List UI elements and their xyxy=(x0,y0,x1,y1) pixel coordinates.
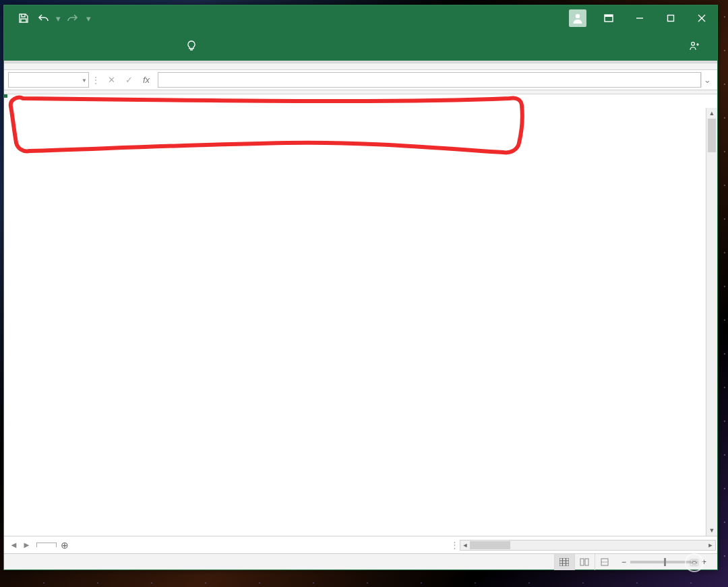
zoom-out-button[interactable]: − xyxy=(621,557,626,567)
fill-handle[interactable] xyxy=(4,94,7,98)
vertical-scrollbar[interactable]: ▲ ▼ xyxy=(706,108,717,536)
active-cell-indicator xyxy=(4,94,7,97)
tab-help[interactable] xyxy=(159,31,178,61)
hscroll-thumb[interactable] xyxy=(470,541,510,549)
title-bar: ▾ ▾ xyxy=(4,5,717,31)
person-icon xyxy=(572,12,584,24)
grid-icon xyxy=(559,558,569,566)
svg-point-5 xyxy=(692,42,695,46)
tab-formula[interactable] xyxy=(84,31,102,61)
maximize-button[interactable] xyxy=(655,5,686,31)
view-page-break-button[interactable] xyxy=(595,554,615,570)
x-icon: ✕ xyxy=(108,75,115,85)
share-button[interactable] xyxy=(679,40,713,51)
enter-formula-button[interactable]: ✓ xyxy=(120,70,138,90)
divider: ⋮ xyxy=(92,70,100,90)
save-icon xyxy=(18,13,29,24)
ribbon-options-button[interactable] xyxy=(593,5,624,31)
tab-file[interactable] xyxy=(8,31,27,61)
chevron-down-icon: ▾ xyxy=(56,13,61,24)
excel-window: ▾ ▾ xyxy=(3,5,718,570)
ribbon-tabs xyxy=(4,31,717,61)
minimize-button[interactable] xyxy=(624,5,655,31)
hscroll-divider[interactable]: ⋮ xyxy=(450,540,458,550)
formula-bar: ▼ ⋮ ✕ ✓ fx ⌄ xyxy=(4,70,717,90)
close-icon xyxy=(698,14,706,22)
chevron-down-icon: ⌄ xyxy=(704,75,711,85)
save-button[interactable] xyxy=(13,5,34,31)
redo-button[interactable] xyxy=(62,5,82,31)
undo-dropdown[interactable]: ▾ xyxy=(54,5,62,31)
worksheet-grid: ▲ ▼ xyxy=(4,94,717,536)
svg-rect-4 xyxy=(668,16,674,22)
add-sheet-button[interactable]: ⊕ xyxy=(57,540,73,551)
maximize-icon xyxy=(667,14,675,22)
tab-home[interactable] xyxy=(27,31,46,61)
undo-button[interactable] xyxy=(34,5,54,31)
scroll-up-arrow[interactable]: ▲ xyxy=(706,108,717,119)
svg-rect-12 xyxy=(585,559,588,565)
svg-rect-11 xyxy=(580,559,584,565)
fx-icon: fx xyxy=(143,75,150,85)
status-bar: − + xyxy=(4,553,717,569)
check-icon: ✓ xyxy=(125,75,133,85)
minimize-icon xyxy=(636,14,644,22)
tab-view[interactable] xyxy=(140,31,159,61)
lightbulb-icon xyxy=(186,40,197,51)
sheet-nav-next[interactable]: ► xyxy=(22,540,31,550)
undo-icon xyxy=(38,13,50,24)
cancel-formula-button[interactable]: ✕ xyxy=(102,70,120,90)
sheet-tab-bar: ◄ ► ⊕ ⋮ ◄ ► xyxy=(4,536,717,553)
tab-review[interactable] xyxy=(121,31,140,61)
page-break-icon xyxy=(600,558,609,566)
name-box[interactable]: ▼ xyxy=(8,72,89,88)
svg-point-0 xyxy=(576,14,580,18)
page-layout-icon xyxy=(580,558,589,566)
view-normal-button[interactable] xyxy=(554,554,574,570)
svg-rect-6 xyxy=(559,558,569,566)
scroll-down-arrow[interactable]: ▼ xyxy=(706,525,717,536)
svg-rect-2 xyxy=(605,15,613,17)
view-buttons xyxy=(554,554,615,570)
sheet-nav-prev[interactable]: ◄ xyxy=(9,540,18,550)
tell-me[interactable] xyxy=(178,40,210,51)
formula-input[interactable] xyxy=(158,72,701,88)
scroll-thumb[interactable] xyxy=(708,119,716,152)
insert-function-button[interactable]: fx xyxy=(138,70,155,90)
chevron-down-icon: ▾ xyxy=(86,13,91,24)
user-avatar[interactable] xyxy=(569,9,586,27)
horizontal-scrollbar[interactable]: ◄ ► xyxy=(460,540,716,551)
close-button[interactable] xyxy=(686,5,717,31)
share-icon xyxy=(689,40,700,51)
scroll-left-arrow[interactable]: ◄ xyxy=(460,540,470,550)
ribbon-display-icon xyxy=(603,13,614,24)
title-right xyxy=(565,5,717,31)
quick-access-toolbar: ▾ ▾ xyxy=(4,5,94,31)
sheet-tab-active[interactable] xyxy=(36,543,57,547)
scroll-right-arrow[interactable]: ► xyxy=(706,540,715,550)
redo-icon xyxy=(66,13,78,24)
tab-insert[interactable] xyxy=(46,31,65,61)
chevron-down-icon[interactable]: ▼ xyxy=(82,77,87,83)
watermark: ✉ xyxy=(685,553,708,572)
tab-data[interactable] xyxy=(102,31,121,61)
formula-expand-button[interactable]: ⌄ xyxy=(701,72,713,88)
wechat-icon: ✉ xyxy=(685,553,704,572)
red-annotation xyxy=(4,94,537,177)
view-page-layout-button[interactable] xyxy=(574,554,595,570)
qat-customize[interactable]: ▾ xyxy=(82,5,94,31)
tab-layout[interactable] xyxy=(65,31,84,61)
